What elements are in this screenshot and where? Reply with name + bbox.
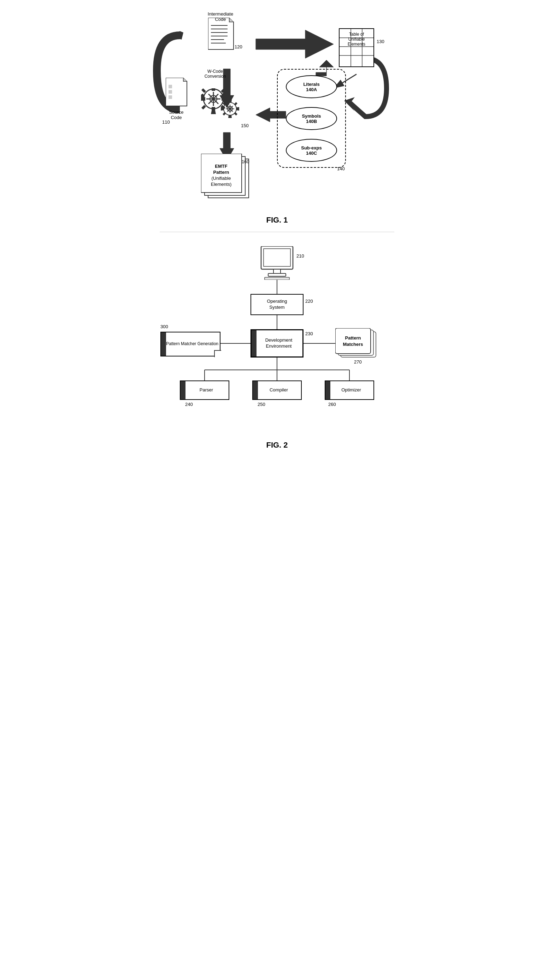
- literals-oval: Literals 140A: [286, 75, 337, 98]
- svg-rect-81: [265, 277, 289, 280]
- svg-marker-55: [234, 112, 237, 116]
- svg-text:Elements): Elements): [211, 181, 232, 187]
- svg-rect-12: [169, 90, 172, 94]
- os-number: 220: [305, 299, 313, 304]
- intermediate-code-label: IntermediateCode: [203, 11, 238, 22]
- svg-rect-31: [221, 97, 225, 101]
- svg-marker-14: [208, 18, 234, 49]
- emtf-number: 160: [242, 159, 250, 164]
- svg-marker-10: [183, 78, 187, 81]
- parser-number: 240: [185, 402, 193, 407]
- pattern-matcher-gen-number: 300: [161, 324, 168, 329]
- parser-box: Parser: [180, 380, 229, 400]
- symbols-oval: Symbols 140B: [286, 107, 337, 130]
- optimizer-number: 260: [328, 402, 336, 407]
- fig1-title: FIG. 1: [146, 215, 408, 225]
- pattern-matchers-docs: Pattern Matchers: [335, 328, 381, 361]
- svg-marker-37: [225, 97, 229, 102]
- source-code-label: Source Code: [162, 110, 190, 120]
- svg-text:(Unifiable: (Unifiable: [212, 176, 231, 181]
- table-unifiable-number: 130: [377, 39, 384, 44]
- compiler-number: 250: [258, 402, 265, 407]
- pattern-matcher-gen-box: Pattern Matcher Generation: [161, 332, 220, 356]
- svg-marker-0: [256, 30, 334, 58]
- dev-env-box: Development Environment: [250, 329, 304, 358]
- subexps-oval: Sub-exps 140C: [286, 139, 337, 162]
- intermediate-code-doc: [208, 18, 236, 52]
- svg-text:Matchers: Matchers: [343, 342, 363, 347]
- svg-marker-40: [201, 88, 206, 93]
- svg-rect-78: [264, 249, 290, 266]
- group-number: 140: [337, 166, 345, 171]
- svg-marker-38: [201, 97, 202, 102]
- svg-marker-50: [228, 115, 232, 118]
- os-box: Operating System: [250, 294, 304, 315]
- svg-marker-53: [234, 102, 237, 106]
- svg-marker-52: [221, 107, 224, 111]
- svg-text:Pattern: Pattern: [213, 170, 229, 175]
- svg-rect-13: [169, 95, 172, 99]
- svg-marker-36: [211, 111, 216, 114]
- svg-text:EMTF: EMTF: [215, 164, 227, 169]
- gear-number: 150: [241, 123, 249, 128]
- computer-icon: [259, 246, 295, 281]
- fig1-diagram: Source Code 110 IntermediateCode 120: [146, 7, 408, 212]
- fig2-diagram: 210 Operating System 220 Development Env…: [146, 239, 408, 437]
- svg-rect-85: [335, 328, 371, 354]
- compiler-box: Compiler: [252, 380, 302, 400]
- svg-marker-51: [236, 107, 239, 111]
- page-container: Source Code 110 IntermediateCode 120: [138, 0, 416, 460]
- svg-marker-49: [228, 100, 232, 102]
- gear-icon: [201, 88, 247, 125]
- wcode-label: W-CodeConversion: [197, 69, 233, 79]
- svg-marker-42: [201, 105, 206, 110]
- optimizer-box: Optimizer: [325, 380, 374, 400]
- computer-number: 210: [296, 253, 304, 259]
- svg-rect-11: [169, 85, 172, 88]
- svg-marker-6: [173, 31, 183, 40]
- pattern-matchers-number: 270: [354, 359, 362, 364]
- svg-marker-56: [223, 112, 226, 116]
- svg-rect-79: [274, 269, 280, 274]
- table-unifiable-label: Table ofUnifiableElements: [341, 32, 373, 47]
- source-code-number: 110: [162, 119, 170, 125]
- intermediate-code-number: 120: [235, 44, 242, 49]
- svg-marker-39: [221, 88, 225, 93]
- svg-text:Pattern: Pattern: [345, 335, 361, 340]
- svg-rect-30: [212, 107, 215, 111]
- fig2-title: FIG. 2: [146, 441, 408, 450]
- source-code-doc: [166, 78, 190, 109]
- svg-rect-80: [268, 274, 286, 276]
- svg-rect-29: [212, 88, 215, 91]
- dev-env-number: 230: [305, 331, 313, 336]
